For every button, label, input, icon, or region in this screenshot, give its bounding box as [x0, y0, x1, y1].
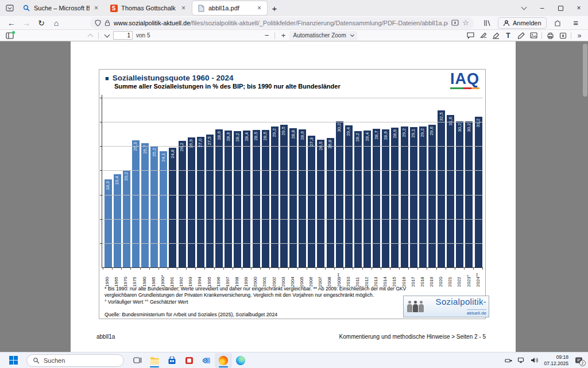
zoom-out-icon[interactable]: −	[260, 30, 273, 41]
url-domain: www.sozialpolitik-aktuell.de	[114, 20, 190, 26]
x-label-2004: 2004	[288, 270, 297, 287]
taskbar-search-label: Suchen	[44, 357, 65, 364]
bookmark-star-icon[interactable]: ☆	[462, 18, 469, 27]
bar-value-label: 30,2	[458, 123, 462, 132]
tab-spiegel-article[interactable]: S Thomas Gottschalk im SPIEGEL ×	[105, 1, 191, 15]
task-view-icon[interactable]	[129, 353, 146, 368]
notification-icon[interactable]: 2	[573, 355, 585, 366]
zoom-select[interactable]: Automatischer Zoom	[289, 31, 357, 40]
bar-value-label: 28,6	[300, 131, 305, 140]
bar-2012: 28,4	[363, 131, 372, 268]
people-logo-icon	[407, 301, 412, 312]
text-tool-icon[interactable]: T	[502, 30, 514, 41]
url-text[interactable]: www.sozialpolitik-aktuell.de/files/sozia…	[114, 20, 448, 26]
red-app-icon[interactable]	[180, 353, 198, 368]
volume-icon[interactable]	[529, 355, 539, 366]
download-icon[interactable]	[556, 30, 569, 41]
extensions-icon[interactable]	[551, 17, 564, 29]
bar-1975: 26,3	[131, 140, 140, 268]
taskbar-clock[interactable]: 09:18 07.12.2025	[544, 354, 568, 366]
page-up-icon	[84, 30, 96, 41]
bar-2001: 28,5	[261, 130, 270, 268]
x-label-1960: 1960	[103, 270, 112, 287]
bar-2000: 28,5	[252, 130, 261, 268]
chevron-down-icon[interactable]	[514, 0, 533, 16]
bar-2006: 27,3	[307, 136, 316, 268]
image-tool-icon[interactable]	[527, 30, 540, 41]
store-icon[interactable]	[163, 353, 180, 368]
print-icon[interactable]	[544, 30, 556, 41]
sidebar-toggle-icon[interactable]	[3, 30, 16, 41]
highlighter-icon[interactable]	[489, 30, 502, 41]
explorer-icon[interactable]	[146, 353, 163, 368]
pdf-viewer-area: ■ Sozialleistungsquote 1960 - 2024 Summe…	[0, 41, 588, 352]
start-icon[interactable]	[5, 353, 22, 368]
home-icon[interactable]: ⌂	[49, 17, 63, 29]
bar-1960: 18,3	[103, 179, 113, 268]
draw-icon[interactable]	[514, 30, 527, 41]
x-label-2006: 2006	[307, 270, 316, 287]
minimize-icon[interactable]: –	[533, 0, 551, 16]
edge-icon[interactable]	[232, 353, 249, 368]
x-label-1993: 1993	[186, 270, 195, 287]
bar-2018: 29,2	[418, 126, 427, 268]
x-label-1995: 1995	[205, 270, 214, 287]
clock-time: 09:18	[544, 354, 568, 361]
sidebar-badge	[12, 31, 15, 34]
page-number-input[interactable]	[113, 31, 133, 40]
bar-value-label: 30,2	[467, 123, 471, 132]
footnote-provisional: ° Vorläufiger Wert °° Geschätzter Wert	[105, 299, 408, 305]
usb-icon[interactable]	[504, 355, 514, 366]
x-label-1991: 1991	[168, 270, 177, 287]
bar-2020: 32,5	[437, 110, 446, 268]
tab-pdf-active[interactable]: abbll1a.pdf ×	[192, 1, 267, 15]
bar-1993: 26,9	[187, 137, 196, 268]
tab-list-icon[interactable]	[2, 2, 17, 14]
more-tools-icon[interactable]: »	[573, 30, 586, 41]
url-bar[interactable]: www.sozialpolitik-aktuell.de/files/sozia…	[90, 17, 474, 29]
signin-button[interactable]: Anmelden	[498, 17, 547, 29]
new-tab-icon[interactable]: +	[268, 1, 281, 15]
close-window-icon[interactable]: ×	[570, 0, 588, 16]
tab-bing-search[interactable]: Suche – Microsoft Bing ×	[18, 1, 104, 15]
network-icon[interactable]	[516, 355, 527, 366]
page-down-icon[interactable]	[100, 30, 113, 41]
bar-2014: 28,6	[381, 129, 390, 268]
lock-icon[interactable]	[105, 20, 110, 26]
firefox-icon[interactable]	[215, 353, 232, 368]
scrollbar-thumb[interactable]	[583, 44, 587, 97]
figure-frame: ■ Sozialleistungsquote 1960 - 2024 Summe…	[99, 69, 486, 319]
y-axis-tick	[100, 243, 102, 244]
bar-1997: 28,3	[224, 131, 233, 268]
menu-icon[interactable]: ≡	[569, 17, 583, 29]
shield-icon[interactable]	[95, 20, 101, 26]
close-icon[interactable]: ×	[93, 4, 99, 12]
x-label-2000: 2000	[251, 270, 260, 287]
title-bullet: ■	[105, 75, 109, 82]
bar-1980: 25,7	[141, 143, 150, 268]
x-label-2024°°: 2024°°	[474, 270, 483, 287]
save-page-icon[interactable]	[451, 20, 459, 26]
bars-container: 18,319,420,226,325,725,224,124,826,226,9…	[102, 98, 483, 268]
footnote-asterisks: * Bis 1990: nur alte Bundesländer; Werte…	[105, 286, 408, 298]
zoom-in-icon[interactable]: +	[277, 30, 289, 41]
figure-footnotes: * Bis 1990: nur alte Bundesländer; Werte…	[105, 286, 408, 305]
scrollbar-track[interactable]	[583, 43, 587, 351]
taskbar-search-input[interactable]: Suchen	[26, 354, 124, 367]
back-icon[interactable]: ←	[5, 17, 18, 29]
bar-1992: 26,2	[177, 141, 187, 268]
figure-id-caption: abbll1a	[96, 334, 115, 340]
outlook-icon[interactable]	[198, 353, 215, 368]
library-icon[interactable]	[480, 17, 494, 29]
bar-value-label: 20,2	[124, 172, 129, 181]
close-icon[interactable]: ×	[256, 4, 262, 12]
signature-icon[interactable]	[477, 30, 489, 41]
reload-icon[interactable]: ↻	[34, 17, 48, 29]
maximize-icon[interactable]	[551, 0, 570, 16]
bar-value-label: 30,2	[337, 123, 342, 132]
x-label-2002: 2002	[270, 270, 279, 287]
bar-value-label: 29,5	[281, 126, 286, 136]
comment-icon[interactable]	[464, 30, 477, 41]
x-label-2019: 2019	[427, 270, 436, 287]
close-icon[interactable]: ×	[180, 4, 187, 12]
